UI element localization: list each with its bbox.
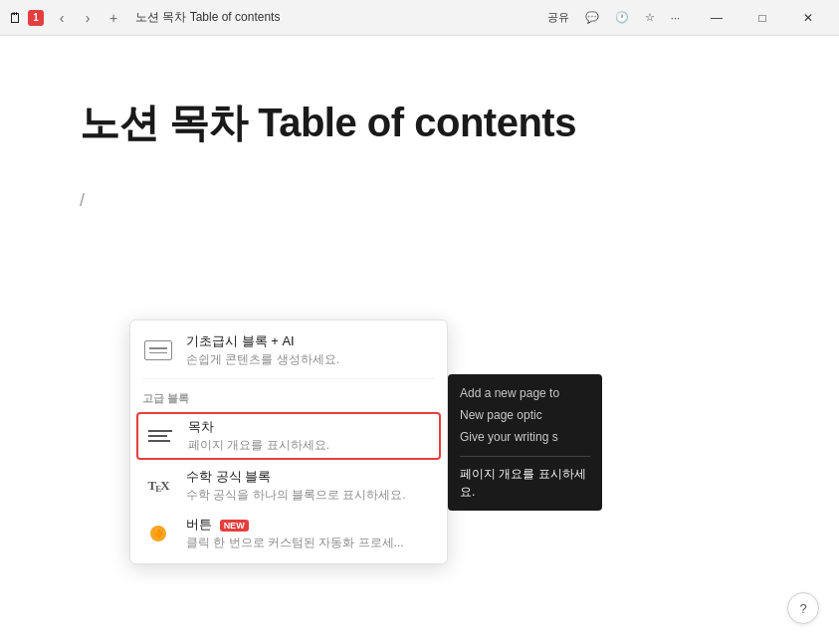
- toolbar-controls: 공유 💬 🕐 ☆ ···: [541, 8, 686, 27]
- cursor-line: /: [80, 190, 759, 211]
- new-icon: 🔶: [142, 518, 174, 549]
- close-button[interactable]: ✕: [785, 0, 831, 36]
- tooltip: Add a new page to New page optic Give yo…: [448, 374, 602, 511]
- tooltip-footer: 페이지 개요를 표시하세요.: [460, 456, 590, 501]
- menu-item-ai-content: 기초급시 블록 + AI 손쉽게 콘텐츠를 생성하세요.: [186, 332, 435, 368]
- menu-item-button[interactable]: 🔶 버튼 NEW 클릭 한 번으로 커스텀된 자동화 프로세...: [130, 510, 447, 557]
- menu-item-toc-title: 목차: [188, 418, 433, 436]
- divider-icon: [142, 334, 174, 366]
- menu-item-math-content: 수학 공식 블록 수학 공식을 하나의 블록으로 표시하세요.: [186, 468, 435, 504]
- maximize-button[interactable]: □: [739, 0, 785, 36]
- title-bar: 🗒 1 ‹ › + 노션 목차 Table of contents 공유 💬 🕐…: [0, 0, 839, 36]
- menu-item-math-title: 수학 공식 블록: [186, 468, 435, 486]
- separator: [142, 378, 435, 379]
- menu-item-button-content: 버튼 NEW 클릭 한 번으로 커스텀된 자동화 프로세...: [186, 516, 435, 551]
- comments-button[interactable]: 💬: [579, 9, 605, 26]
- tooltip-line3: Give your writing s: [460, 428, 590, 446]
- window-controls: — □ ✕: [694, 0, 831, 36]
- nav-controls: ‹ › +: [50, 6, 125, 30]
- notification-badge: 1: [28, 10, 44, 26]
- minimize-button[interactable]: —: [694, 0, 739, 36]
- menu-item-ai[interactable]: 기초급시 블록 + AI 손쉽게 콘텐츠를 생성하세요.: [130, 326, 447, 374]
- toc-icon: [144, 420, 176, 452]
- menu-item-button-title: 버튼 NEW: [186, 516, 435, 534]
- menu-item-button-desc: 클릭 한 번으로 커스텀된 자동화 프로세...: [186, 535, 435, 551]
- menu-item-math[interactable]: TEX 수학 공식 블록 수학 공식을 하나의 블록으로 표시하세요.: [130, 462, 447, 510]
- share-button[interactable]: 공유: [541, 8, 575, 27]
- favorite-button[interactable]: ☆: [639, 9, 661, 26]
- more-button[interactable]: ···: [665, 10, 686, 26]
- page-title: 노션 목차 Table of contents: [80, 96, 759, 150]
- new-badge: NEW: [220, 520, 249, 532]
- menu-item-toc-content: 목차 페이지 개요를 표시하세요.: [188, 418, 433, 454]
- menu-item-toc[interactable]: 목차 페이지 개요를 표시하세요.: [136, 412, 441, 460]
- menu-item-toc-desc: 페이지 개요를 표시하세요.: [188, 437, 433, 454]
- menu-item-math-desc: 수학 공식을 하나의 블록으로 표시하세요.: [186, 487, 435, 504]
- breadcrumb: 노션 목차 Table of contents: [135, 9, 280, 26]
- tooltip-line1: Add a new page to: [460, 384, 590, 402]
- menu-item-ai-desc: 손쉽게 콘텐츠를 생성하세요.: [186, 351, 435, 368]
- tooltip-line2: New page optic: [460, 406, 590, 424]
- section-label: 고급 블록: [130, 383, 447, 410]
- app-logo-icon: 🗒: [8, 10, 22, 26]
- back-button[interactable]: ‹: [50, 6, 74, 30]
- menu-item-ai-title: 기초급시 블록 + AI: [186, 332, 435, 350]
- title-bar-left: 🗒 1 ‹ › + 노션 목차 Table of contents: [8, 6, 541, 30]
- block-menu: 기초급시 블록 + AI 손쉽게 콘텐츠를 생성하세요. 고급 블록 목차 페이…: [129, 320, 448, 564]
- main-content: 노션 목차 Table of contents / 기초급시 블록 + AI 손…: [0, 36, 839, 271]
- tex-icon: TEX: [142, 470, 174, 502]
- add-page-button[interactable]: +: [102, 6, 125, 30]
- history-button[interactable]: 🕐: [609, 9, 635, 26]
- help-button[interactable]: ?: [787, 592, 819, 624]
- forward-button[interactable]: ›: [76, 6, 100, 30]
